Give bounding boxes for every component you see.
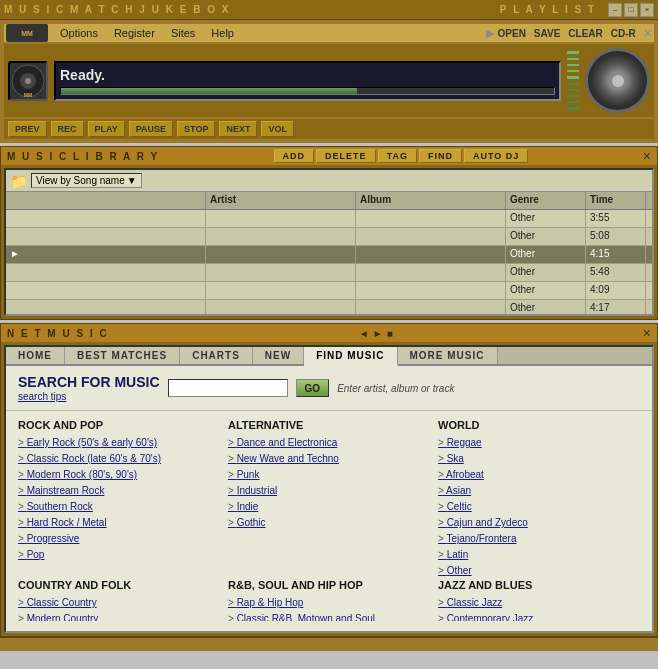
cell-name — [6, 210, 206, 227]
delete-button[interactable]: DELETE — [316, 149, 376, 163]
find-button[interactable]: FIND — [419, 149, 462, 163]
menu-help[interactable]: Help — [203, 26, 242, 40]
rec-button[interactable]: REC — [51, 121, 84, 137]
cell-name — [6, 264, 206, 281]
genre-link[interactable]: Progressive — [18, 531, 220, 547]
progress-bar[interactable] — [60, 87, 555, 95]
genre-link[interactable]: Ska — [438, 451, 640, 467]
genre-link[interactable]: Asian — [438, 483, 640, 499]
genre-link[interactable]: Southern Rock — [18, 499, 220, 515]
netmusic-close-icon[interactable]: × — [643, 325, 651, 341]
menu-register[interactable]: Register — [106, 26, 163, 40]
search-input[interactable] — [168, 379, 288, 397]
table-row[interactable]: Other 4:17 — [6, 300, 652, 316]
cell-album — [356, 246, 506, 263]
pause-button[interactable]: PAUSE — [129, 121, 173, 137]
add-button[interactable]: ADD — [274, 149, 315, 163]
table-row[interactable]: ► Other 4:15 — [6, 246, 652, 264]
search-tips-link[interactable]: search tips — [18, 391, 66, 402]
menu-options[interactable]: Options — [52, 26, 106, 40]
genre-column-1: ALTERNATIVEDance and ElectronicaNew Wave… — [228, 419, 430, 579]
genre-link[interactable]: Mainstream Rock — [18, 483, 220, 499]
next-button[interactable]: NEXT — [219, 121, 257, 137]
table-row[interactable]: Other 5:48 — [6, 264, 652, 282]
genre-link[interactable]: Classic Rock (late 60's & 70's) — [18, 451, 220, 467]
tag-button[interactable]: TAG — [378, 149, 417, 163]
toolbar-cdr[interactable]: CD-R — [611, 28, 636, 39]
genre-link[interactable]: Contemporary Jazz — [438, 611, 640, 621]
vol-button[interactable]: VOL — [261, 121, 294, 137]
cell-genre: Other — [506, 228, 586, 245]
svg-text:MM: MM — [24, 92, 32, 98]
close-button[interactable]: × — [640, 3, 654, 17]
status-bar — [0, 637, 658, 651]
toolbar-open[interactable]: OPEN — [498, 28, 526, 39]
view-dropdown[interactable]: View by Song name ▼ — [31, 173, 142, 188]
tab-home[interactable]: HOME — [6, 347, 65, 364]
prev-button[interactable]: PREV — [8, 121, 47, 137]
tab-best-matches[interactable]: BEST MATCHES — [65, 347, 180, 364]
genre-link[interactable]: Rap & Hip Hop — [228, 595, 430, 611]
genre-link[interactable]: Classic Country — [18, 595, 220, 611]
genre-link[interactable]: New Wave and Techno — [228, 451, 430, 467]
genre-link[interactable]: Hard Rock / Metal — [18, 515, 220, 531]
toolbar-save[interactable]: SAVE — [534, 28, 561, 39]
genre-link[interactable]: Gothic — [228, 515, 430, 531]
genre-link[interactable]: Industrial — [228, 483, 430, 499]
table-row[interactable]: Other 3:55 — [6, 210, 652, 228]
vol-bar-6 — [567, 83, 579, 85]
tab-find-music[interactable]: FIND MUSIC — [304, 347, 397, 366]
genre-link[interactable]: Celtic — [438, 499, 640, 515]
genre-link[interactable]: Punk — [228, 467, 430, 483]
toolbar-clear[interactable]: CLEAR — [568, 28, 602, 39]
col-artist: Artist — [206, 192, 356, 209]
nav-stop-icon[interactable]: ■ — [387, 328, 393, 339]
genre-link[interactable]: Afrobeat — [438, 467, 640, 483]
genre-link[interactable]: Indie — [228, 499, 430, 515]
tab-new[interactable]: NEW — [253, 347, 304, 364]
search-go-button[interactable]: GO — [296, 379, 330, 397]
menu-sites[interactable]: Sites — [163, 26, 203, 40]
tab-charts[interactable]: CHARTS — [180, 347, 253, 364]
app-title: M U S I C M A T C H J U K E B O X — [4, 4, 230, 15]
playlist-label: P L A Y L I S T — [500, 4, 596, 15]
genre-link[interactable]: Modern Country — [18, 611, 220, 621]
genre-link[interactable]: Early Rock (50's & early 60's) — [18, 435, 220, 451]
stop-button[interactable]: STOP — [177, 121, 215, 137]
vol-bar-10 — [567, 107, 579, 109]
cell-time: 5:48 — [586, 264, 646, 281]
library-close-icon[interactable]: × — [643, 148, 651, 164]
vol-bar-7 — [567, 89, 579, 91]
cell-name — [6, 300, 206, 316]
genre-link[interactable]: Pop — [18, 547, 220, 563]
genre-link[interactable]: Other — [438, 563, 640, 579]
genre-link[interactable]: Cajun and Zydeco — [438, 515, 640, 531]
autodj-button[interactable]: AUTO DJ — [464, 149, 528, 163]
genre-title: WORLD — [438, 419, 640, 431]
cell-genre: Other — [506, 282, 586, 299]
vol-bar-3 — [567, 64, 579, 66]
tab-more-music[interactable]: MORE MUSIC — [398, 347, 498, 364]
genre-title: COUNTRY AND FOLK — [18, 579, 220, 591]
play-button[interactable]: PLAY — [88, 121, 125, 137]
genre-link[interactable]: Modern Rock (80's, 90's) — [18, 467, 220, 483]
genre-link[interactable]: Latin — [438, 547, 640, 563]
genre-link[interactable]: Tejano/Frontera — [438, 531, 640, 547]
nav-back-icon[interactable]: ◄ — [359, 328, 369, 339]
table-row[interactable]: Other 5:08 — [6, 228, 652, 246]
window-close-icon[interactable]: × — [644, 25, 652, 41]
cell-album — [356, 264, 506, 281]
menu-bar: MM Options Register Sites Help ▶ OPEN SA… — [4, 24, 654, 42]
genre-link[interactable]: Reggae — [438, 435, 640, 451]
maximize-button[interactable]: □ — [624, 3, 638, 17]
player-status: Ready. — [60, 67, 555, 83]
table-row[interactable]: Other 4:09 — [6, 282, 652, 300]
cell-name — [6, 282, 206, 299]
genre-link[interactable]: Classic Jazz — [438, 595, 640, 611]
minimize-button[interactable]: – — [608, 3, 622, 17]
genre-link[interactable]: Dance and Electronica — [228, 435, 430, 451]
cell-name: ► — [6, 246, 206, 263]
genre-link[interactable]: Classic R&B, Motown and Soul — [228, 611, 430, 621]
window-controls: – □ × — [608, 3, 654, 17]
nav-forward-icon[interactable]: ► — [373, 328, 383, 339]
